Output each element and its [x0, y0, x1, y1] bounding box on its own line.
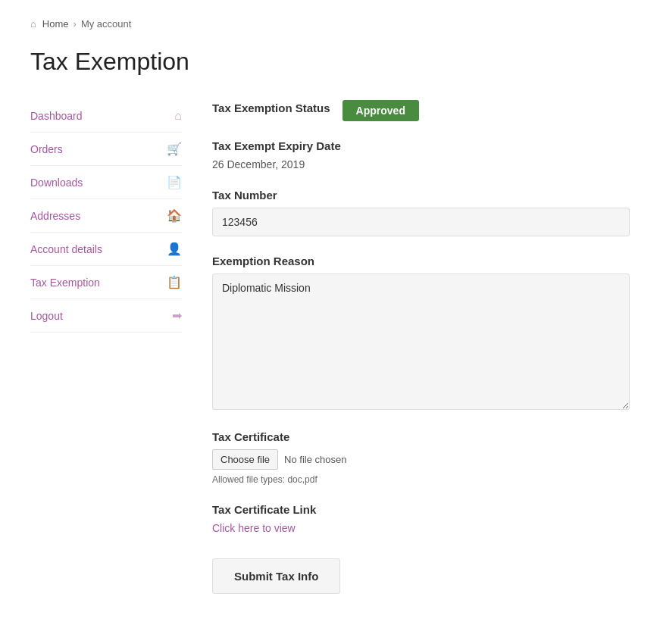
tax-cert-link-row: Tax Certificate Link Click here to view [212, 503, 630, 534]
sidebar-item-tax-exemption[interactable]: Tax Exemption 📋 [30, 266, 182, 299]
sidebar-item-orders[interactable]: Orders 🛒 [30, 133, 182, 166]
sidebar-label-addresses: Addresses [30, 210, 80, 222]
sidebar-item-account-details[interactable]: Account details 👤 [30, 233, 182, 266]
tax-expiry-label: Tax Exempt Expiry Date [212, 139, 630, 152]
status-badge: Approved [343, 100, 419, 121]
sidebar-label-tax-exemption: Tax Exemption [30, 277, 100, 289]
downloads-icon: 📄 [167, 175, 182, 189]
breadcrumb: ⌂ Home › My account [30, 18, 630, 30]
sidebar-label-account-details: Account details [30, 243, 102, 255]
page-title: Tax Exemption [30, 48, 630, 76]
tax-expiry-row: Tax Exempt Expiry Date 26 December, 2019 [212, 139, 630, 170]
sidebar-label-dashboard: Dashboard [30, 110, 83, 122]
tax-expiry-value: 26 December, 2019 [212, 158, 630, 170]
tax-cert-link-label: Tax Certificate Link [212, 503, 630, 516]
tax-number-input[interactable] [212, 208, 630, 236]
allowed-types-text: Allowed file types: doc,pdf [212, 474, 630, 485]
main-content: Tax Exemption Status Approved Tax Exempt… [212, 100, 630, 612]
sidebar-label-logout: Logout [30, 310, 63, 322]
tax-exemption-status-label: Tax Exemption Status [212, 102, 330, 114]
breadcrumb-home-link[interactable]: Home [42, 18, 69, 30]
sidebar-label-orders: Orders [30, 143, 63, 155]
account-icon: 👤 [167, 242, 182, 256]
sidebar-item-logout[interactable]: Logout ➡ [30, 299, 182, 333]
breadcrumb-current: My account [81, 18, 131, 30]
sidebar-item-downloads[interactable]: Downloads 📄 [30, 166, 182, 199]
exemption-reason-label: Exemption Reason [212, 255, 630, 267]
logout-icon: ➡ [172, 308, 182, 323]
tax-certificate-row: Tax Certificate Choose file No file chos… [212, 430, 630, 485]
orders-icon: 🛒 [167, 142, 182, 156]
choose-file-button[interactable]: Choose file [212, 449, 278, 470]
file-input-row: Choose file No file chosen [212, 449, 630, 470]
exemption-reason-row: Exemption Reason Diplomatic Mission [212, 255, 630, 412]
submit-tax-info-button[interactable]: Submit Tax Info [212, 558, 340, 594]
tax-icon: 📋 [167, 275, 182, 289]
addresses-icon: 🏠 [167, 208, 182, 223]
sidebar-item-addresses[interactable]: Addresses 🏠 [30, 199, 182, 233]
tax-number-row: Tax Number [212, 189, 630, 236]
tax-number-label: Tax Number [212, 189, 630, 202]
tax-exemption-status-row: Tax Exemption Status Approved [212, 100, 630, 121]
home-icon: ⌂ [30, 18, 36, 30]
sidebar-item-dashboard[interactable]: Dashboard ⌂ [30, 100, 182, 133]
no-file-text: No file chosen [284, 454, 346, 465]
breadcrumb-separator: › [74, 18, 77, 30]
exemption-reason-textarea[interactable]: Diplomatic Mission [212, 274, 630, 410]
submit-row: Submit Tax Info [212, 552, 630, 594]
sidebar-label-downloads: Downloads [30, 177, 83, 189]
dashboard-icon: ⌂ [174, 109, 182, 123]
tax-certificate-label: Tax Certificate [212, 430, 630, 443]
sidebar: Dashboard ⌂ Orders 🛒 Downloads 📄 Address… [30, 100, 182, 612]
cert-link[interactable]: Click here to view [212, 522, 296, 534]
